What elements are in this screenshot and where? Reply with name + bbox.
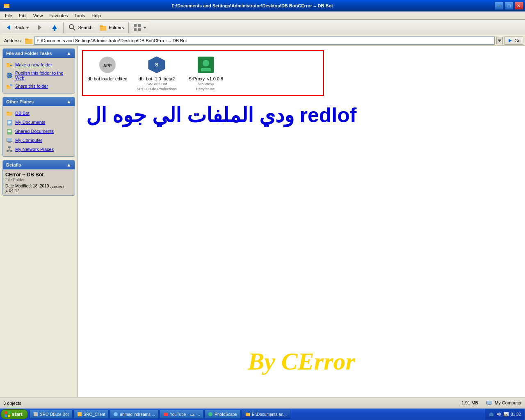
place-db-bot[interactable]: DB Bot [5,109,72,118]
dbbot-exe-icon: APP [98,55,117,75]
taskbar-icon-0 [33,412,38,417]
start-button[interactable]: start [1,409,28,419]
title-icon [3,2,10,9]
main-layout: File and Folder Tasks ▲ + Make a new fol… [0,46,525,409]
file-grid: APP db bot loader edited S db_bot_1.0_be… [82,50,324,96]
task-new-folder[interactable]: + Make a new folder [5,60,72,69]
folders-icon [99,23,107,32]
svg-rect-34 [8,122,11,123]
status-bar: 3 objects 1.91 MB My Computer [0,397,525,409]
menu-edit[interactable]: Edit [16,12,30,19]
search-button[interactable]: Search [65,21,95,34]
other-places-header[interactable]: Other Places ▲ [3,97,75,106]
taskbar-icon-5 [245,412,250,417]
address-input[interactable] [34,37,495,45]
place-my-computer[interactable]: My Computer [5,136,72,145]
menu-help[interactable]: Help [88,12,104,19]
svg-rect-64 [34,412,38,416]
file-tasks-header[interactable]: File and Folder Tasks ▲ [3,49,75,58]
up-button[interactable] [48,21,62,34]
svg-marker-4 [38,25,41,30]
back-icon [5,23,13,32]
publish-icon [6,72,13,79]
menu-file[interactable]: File [2,12,16,19]
file-tasks-panel: File and Folder Tasks ▲ + Make a new fol… [2,48,75,94]
clock: 01 32 [511,412,521,417]
status-right: 1.91 MB My Computer [461,400,522,406]
details-date: Date Modified: 18 ديسمبر, 2010, 04:47 م [5,184,72,193]
svg-line-8 [73,28,75,30]
svg-rect-42 [7,143,11,143]
svg-rect-14 [138,28,141,31]
other-places-content: DB Bot My Documents Shared Documents My … [3,106,75,156]
file-item-srproxy[interactable]: SrProxy_v1.0.0.8 Sro Proxy Recyfer Inc. [185,55,226,91]
svg-text:APP: APP [103,64,112,68]
menu-favorites[interactable]: Favorites [46,12,71,19]
taskbar-item-3[interactable]: YouTube - عنة ... [160,410,203,419]
file-item-swsro[interactable]: S db_bot_1.0_beta2 SWSRO Bot SRO-DB.de P… [136,55,177,91]
taskbar-item-0[interactable]: SRO-DB.de Bot [30,410,73,419]
close-button[interactable]: ✕ [514,2,523,10]
my-computer-small-icon [486,401,492,406]
details-title: CError -- DB Bot [5,172,72,178]
srproxy-icon [196,55,216,75]
status-computer: My Computer [486,400,522,406]
menu-view[interactable]: View [30,12,46,19]
swsro-icon: S [147,55,167,75]
sidebar: File and Folder Tasks ▲ + Make a new fol… [0,46,78,409]
back-button[interactable]: Back [2,21,32,34]
svg-rect-61 [8,411,10,414]
windows-logo-icon [5,411,10,417]
svg-rect-65 [78,412,82,416]
svg-rect-1 [4,4,6,5]
details-content: CError -- DB Bot File Folder Date Modifi… [3,169,75,195]
details-header[interactable]: Details ▲ [3,160,75,169]
file-tasks-content: + Make a new folder Publish this folder … [3,58,75,93]
task-publish-folder[interactable]: Publish this folder to the Web [5,69,72,82]
file-icon-container-3 [196,55,216,75]
details-type: File Folder [5,178,72,182]
svg-marker-3 [26,27,29,29]
title-bar: E:\Documents and Settings\Administrator\… [0,0,525,11]
taskbar-item-5[interactable]: E:\Documents an... [242,410,290,419]
place-network-places[interactable]: My Network Places [5,145,72,154]
svg-rect-70 [246,413,248,414]
address-folder-icon [25,37,33,44]
svg-text:S: S [155,62,158,68]
folders-button[interactable]: Folders [96,21,127,34]
place-my-documents[interactable]: My Documents [5,118,72,127]
address-bar: Address Go [0,35,525,46]
svg-marker-2 [7,25,10,30]
menu-tools[interactable]: Tools [71,12,89,19]
share-icon [6,83,13,89]
svg-rect-35 [8,123,10,124]
file-label-2: db_bot_1.0_beta2 SWSRO Bot SRO-DB.de Pro… [137,76,177,91]
title-buttons: ─ □ ✕ [495,2,523,10]
svg-marker-15 [143,27,146,29]
go-button[interactable]: Go [504,37,523,45]
svg-rect-38 [8,131,11,132]
address-dropdown-icon[interactable] [496,37,503,44]
svg-rect-59 [487,405,491,405]
forward-button[interactable] [33,21,47,34]
place-shared-documents[interactable]: Shared Documents [5,127,72,136]
svg-rect-37 [8,130,11,131]
svg-point-54 [203,60,209,66]
minimize-button[interactable]: ─ [495,2,504,10]
taskbar-item-2[interactable]: ahmed indreams ... [110,410,159,419]
task-share-folder[interactable]: Share this folder [5,82,72,91]
my-computer-icon [6,137,13,144]
maximize-button[interactable]: □ [504,2,514,10]
svg-rect-40 [7,138,12,142]
up-icon [50,23,59,32]
taskbar-item-1[interactable]: SRO_Client [73,410,109,419]
content-area: APP db bot loader edited S db_bot_1.0_be… [78,46,525,409]
taskbar-item-4[interactable]: PhotoScape [204,410,241,419]
search-icon [68,23,76,32]
svg-rect-63 [8,415,10,417]
views-button[interactable] [130,21,149,34]
svg-rect-28 [7,85,9,87]
file-item-dbbot[interactable]: APP db bot loader edited [87,55,128,81]
forward-icon [36,23,44,32]
taskbar-icon-4 [208,412,213,417]
